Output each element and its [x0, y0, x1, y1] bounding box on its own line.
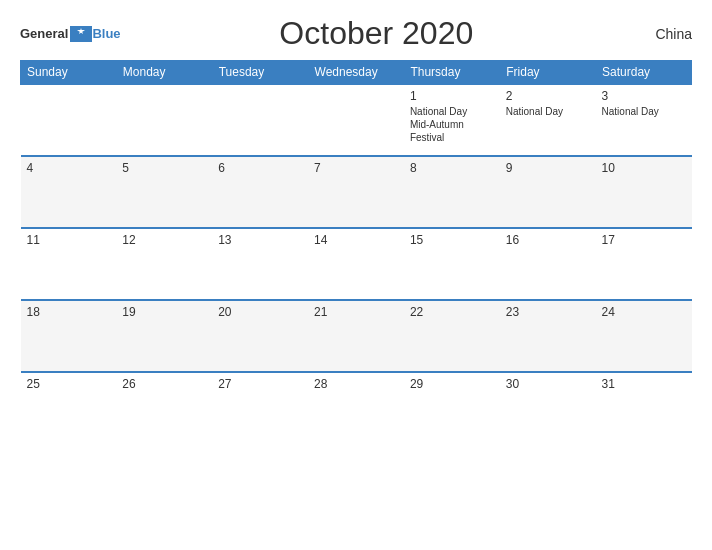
day-number: 2	[506, 89, 590, 103]
calendar-week-row: 25262728293031	[21, 372, 692, 444]
day-number: 20	[218, 305, 302, 319]
calendar-cell: 21	[308, 300, 404, 372]
day-number: 28	[314, 377, 398, 391]
day-number: 22	[410, 305, 494, 319]
logo-blue-text: Blue	[92, 26, 120, 41]
calendar-cell: 1National DayMid-AutumnFestival	[404, 84, 500, 156]
calendar-cell	[116, 84, 212, 156]
col-wednesday: Wednesday	[308, 61, 404, 85]
day-number: 27	[218, 377, 302, 391]
calendar-cell: 17	[596, 228, 692, 300]
calendar-cell: 6	[212, 156, 308, 228]
calendar-cell: 14	[308, 228, 404, 300]
calendar-week-row: 11121314151617	[21, 228, 692, 300]
day-number: 14	[314, 233, 398, 247]
logo: General Blue	[20, 26, 121, 42]
calendar-week-row: 1National DayMid-AutumnFestival2National…	[21, 84, 692, 156]
calendar-cell: 15	[404, 228, 500, 300]
day-number: 10	[602, 161, 686, 175]
calendar-cell: 28	[308, 372, 404, 444]
page: General Blue October 2020 China Sunday M…	[0, 0, 712, 550]
calendar-cell: 3National Day	[596, 84, 692, 156]
col-sunday: Sunday	[21, 61, 117, 85]
day-number: 18	[27, 305, 111, 319]
day-number: 3	[602, 89, 686, 103]
calendar-cell: 10	[596, 156, 692, 228]
day-number: 21	[314, 305, 398, 319]
day-number: 30	[506, 377, 590, 391]
day-number: 8	[410, 161, 494, 175]
calendar-cell: 2National Day	[500, 84, 596, 156]
calendar-cell: 7	[308, 156, 404, 228]
calendar-cell: 18	[21, 300, 117, 372]
calendar-header-row: Sunday Monday Tuesday Wednesday Thursday…	[21, 61, 692, 85]
calendar-cell: 23	[500, 300, 596, 372]
calendar-cell: 30	[500, 372, 596, 444]
calendar-body: 1National DayMid-AutumnFestival2National…	[21, 84, 692, 444]
col-saturday: Saturday	[596, 61, 692, 85]
calendar-week-row: 18192021222324	[21, 300, 692, 372]
col-monday: Monday	[116, 61, 212, 85]
calendar-cell: 22	[404, 300, 500, 372]
day-number: 23	[506, 305, 590, 319]
day-number: 7	[314, 161, 398, 175]
day-number: 12	[122, 233, 206, 247]
day-number: 29	[410, 377, 494, 391]
calendar-cell: 13	[212, 228, 308, 300]
logo-general-text: General	[20, 26, 68, 41]
calendar-title: October 2020	[121, 15, 632, 52]
day-number: 1	[410, 89, 494, 103]
day-number: 26	[122, 377, 206, 391]
day-number: 31	[602, 377, 686, 391]
col-friday: Friday	[500, 61, 596, 85]
calendar-cell: 19	[116, 300, 212, 372]
calendar-cell: 27	[212, 372, 308, 444]
calendar-cell: 8	[404, 156, 500, 228]
day-number: 24	[602, 305, 686, 319]
day-number: 19	[122, 305, 206, 319]
day-number: 9	[506, 161, 590, 175]
day-number: 6	[218, 161, 302, 175]
country-label: China	[632, 26, 692, 42]
event-label: Mid-Autumn	[410, 118, 494, 131]
day-number: 11	[27, 233, 111, 247]
calendar-cell	[21, 84, 117, 156]
event-label: National Day	[506, 105, 590, 118]
calendar-header: Sunday Monday Tuesday Wednesday Thursday…	[21, 61, 692, 85]
calendar-cell: 5	[116, 156, 212, 228]
calendar-cell	[212, 84, 308, 156]
logo-flag-icon	[70, 26, 92, 42]
calendar-cell: 24	[596, 300, 692, 372]
calendar-cell: 4	[21, 156, 117, 228]
calendar-cell: 12	[116, 228, 212, 300]
event-label: Festival	[410, 131, 494, 144]
event-label: National Day	[602, 105, 686, 118]
day-number: 13	[218, 233, 302, 247]
calendar-table: Sunday Monday Tuesday Wednesday Thursday…	[20, 60, 692, 444]
day-number: 16	[506, 233, 590, 247]
calendar-cell: 31	[596, 372, 692, 444]
day-number: 15	[410, 233, 494, 247]
calendar-cell: 11	[21, 228, 117, 300]
calendar-week-row: 45678910	[21, 156, 692, 228]
calendar-cell: 20	[212, 300, 308, 372]
calendar-cell: 26	[116, 372, 212, 444]
calendar-cell	[308, 84, 404, 156]
day-number: 5	[122, 161, 206, 175]
calendar-cell: 16	[500, 228, 596, 300]
col-thursday: Thursday	[404, 61, 500, 85]
day-number: 25	[27, 377, 111, 391]
calendar-cell: 25	[21, 372, 117, 444]
col-tuesday: Tuesday	[212, 61, 308, 85]
day-number: 4	[27, 161, 111, 175]
calendar-cell: 29	[404, 372, 500, 444]
header: General Blue October 2020 China	[20, 15, 692, 52]
event-label: National Day	[410, 105, 494, 118]
day-number: 17	[602, 233, 686, 247]
calendar-cell: 9	[500, 156, 596, 228]
